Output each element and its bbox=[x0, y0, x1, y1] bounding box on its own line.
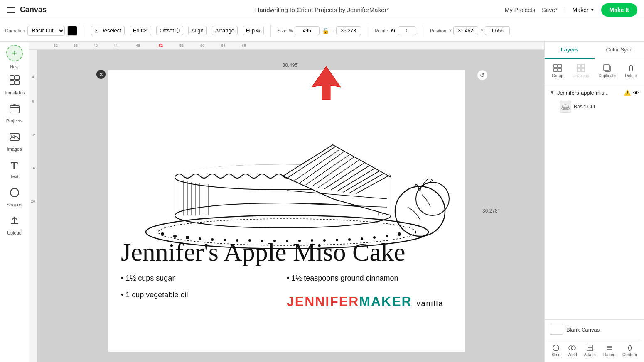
operation-select[interactable]: Basic Cut bbox=[27, 26, 65, 36]
hamburger-menu[interactable] bbox=[7, 7, 15, 13]
ingredients-col1: • 1½ cups sugar • 1 cup vegetable oil bbox=[121, 270, 287, 316]
flatten-icon bbox=[605, 344, 613, 352]
toolbar: Operation Basic Cut ⊡ Deselect Edit ✂ Of… bbox=[0, 20, 644, 42]
sidebar-item-images[interactable]: Images bbox=[2, 128, 27, 155]
blank-canvas-button[interactable]: Blank Canvas bbox=[548, 323, 641, 336]
x-group: X bbox=[449, 26, 478, 35]
lock-icon[interactable]: 🔒 bbox=[322, 27, 329, 34]
sidebar-item-projects[interactable]: Projects bbox=[2, 100, 27, 127]
arrange-button[interactable]: Arrange bbox=[212, 26, 238, 35]
width-input[interactable] bbox=[295, 26, 320, 35]
flip-button[interactable]: Flip ⇔ bbox=[243, 26, 264, 35]
nav-right: My Projects Save* | Maker ▼ Make It bbox=[505, 3, 637, 17]
sidebar-item-templates[interactable]: Templates bbox=[2, 71, 27, 98]
tab-layers[interactable]: Layers bbox=[545, 42, 595, 59]
flatten-button[interactable]: Flatten bbox=[600, 342, 618, 359]
duplicate-button[interactable]: Duplicate bbox=[596, 62, 618, 80]
svg-rect-3 bbox=[15, 81, 19, 85]
jm-red-text: JENNIFER bbox=[287, 294, 359, 309]
jennifermaker-logo: JENNIFERMAKER vanilla bbox=[287, 287, 452, 316]
sidebar-item-upload[interactable]: Upload bbox=[2, 212, 27, 239]
weld-label: Weld bbox=[568, 352, 577, 357]
height-input[interactable] bbox=[336, 26, 361, 35]
panel-actions: Group UnGroup Duplicate Delete bbox=[545, 59, 644, 83]
bottom-action-row: Slice Weld Attach Flatten Contour bbox=[548, 340, 641, 359]
templates-label: Templates bbox=[4, 90, 25, 95]
offset-group: Offset ⬡ bbox=[156, 26, 183, 35]
sidebar-item-text[interactable]: T Text bbox=[2, 157, 27, 182]
layer-group-item[interactable]: ▼ Jennifers-apple-mis... ⚠️ 👁 bbox=[548, 87, 641, 98]
projects-icon bbox=[9, 103, 20, 117]
svg-rect-65 bbox=[554, 68, 557, 72]
ingredient-4: vanilla bbox=[416, 299, 443, 308]
operation-group: Operation Basic Cut bbox=[5, 26, 77, 36]
size-group: Size W 🔒 H bbox=[278, 26, 361, 35]
sep3 bbox=[368, 25, 368, 37]
offset-button[interactable]: Offset ⬡ bbox=[156, 26, 183, 35]
deselect-button[interactable]: ⊡ Deselect bbox=[91, 26, 125, 35]
layer-item[interactable]: Basic Cut bbox=[548, 98, 641, 115]
flip-group: Flip ⇔ bbox=[243, 26, 264, 35]
make-it-button[interactable]: Make It bbox=[601, 3, 637, 17]
attach-button[interactable]: Attach bbox=[581, 342, 598, 359]
group-button[interactable]: Group bbox=[549, 62, 566, 80]
svg-point-7 bbox=[10, 188, 19, 197]
svg-rect-5 bbox=[10, 134, 19, 140]
canvas-drawing-area[interactable]: Jennifer's Apple Miso Cake • 1½ cups sug… bbox=[108, 70, 465, 352]
sep2 bbox=[270, 25, 271, 37]
duplicate-label: Duplicate bbox=[598, 73, 616, 78]
color-swatch[interactable] bbox=[67, 26, 77, 36]
layer-list: ▼ Jennifers-apple-mis... ⚠️ 👁 Basic Cut bbox=[545, 83, 644, 319]
rotate-group: Rotate ↻ bbox=[375, 26, 416, 35]
project-title: Handwriting to Cricut Projects by Jennif… bbox=[255, 6, 389, 13]
canvas-area: 32 36 40 44 48 52 56 60 64 68 4 8 12 16 … bbox=[29, 42, 544, 362]
canvas-viewport[interactable]: 30.495" ✕ ↺ 36.278" bbox=[37, 50, 544, 362]
svg-rect-0 bbox=[10, 76, 14, 80]
text-icon: T bbox=[11, 160, 18, 172]
templates-icon bbox=[9, 74, 20, 88]
group-icon bbox=[553, 64, 562, 72]
slice-button[interactable]: Slice bbox=[549, 342, 563, 359]
my-projects-link[interactable]: My Projects bbox=[505, 7, 535, 13]
flatten-label: Flatten bbox=[603, 352, 616, 357]
y-input[interactable] bbox=[485, 26, 510, 35]
rotate-icon: ↻ bbox=[391, 27, 396, 34]
save-button[interactable]: Save* bbox=[542, 7, 557, 13]
sidebar-item-shapes[interactable]: Shapes bbox=[2, 184, 27, 210]
contour-button[interactable]: Contour bbox=[620, 342, 640, 359]
ungroup-label: UnGroup bbox=[573, 73, 590, 78]
delete-button[interactable]: Delete bbox=[622, 62, 639, 80]
upload-icon bbox=[9, 215, 20, 229]
svg-rect-73 bbox=[604, 65, 609, 70]
y-group: Y bbox=[481, 26, 510, 35]
ruler-mark-44: 44 bbox=[106, 44, 125, 48]
images-icon bbox=[9, 132, 20, 145]
right-panel: Layers Color Sync Group UnGroup Duplicat… bbox=[544, 42, 644, 362]
weld-button[interactable]: Weld bbox=[565, 342, 580, 359]
canvas-close-button[interactable]: ✕ bbox=[96, 70, 106, 79]
ungroup-button[interactable]: UnGroup bbox=[570, 62, 592, 80]
layer-eye-icon[interactable]: 👁 bbox=[633, 89, 639, 96]
attach-label: Attach bbox=[584, 352, 595, 357]
tab-color-sync[interactable]: Color Sync bbox=[595, 42, 644, 59]
ruler-mark-40: 40 bbox=[86, 44, 106, 48]
rotate-label: Rotate bbox=[375, 28, 388, 33]
align-group: Align bbox=[188, 26, 207, 35]
duplicate-icon bbox=[603, 64, 611, 72]
canvas-refresh-button[interactable]: ↺ bbox=[477, 70, 488, 81]
svg-point-10 bbox=[161, 232, 164, 236]
align-button[interactable]: Align bbox=[188, 26, 207, 35]
maker-selector[interactable]: Maker ▼ bbox=[573, 7, 595, 13]
ruler-left-4: 4 bbox=[32, 75, 34, 79]
ingredients-area: • 1½ cups sugar • 1 cup vegetable oil • … bbox=[108, 270, 465, 316]
x-input[interactable] bbox=[453, 26, 478, 35]
ruler-left-12: 12 bbox=[31, 133, 35, 137]
ruler-left-16: 16 bbox=[31, 166, 35, 170]
svg-rect-68 bbox=[581, 64, 585, 68]
edit-button[interactable]: Edit ✂ bbox=[130, 26, 151, 35]
svg-rect-69 bbox=[577, 68, 580, 72]
new-button[interactable]: + bbox=[6, 45, 23, 61]
rotate-input[interactable] bbox=[398, 26, 416, 35]
position-group: Position X Y bbox=[430, 26, 510, 35]
svg-rect-64 bbox=[558, 64, 561, 68]
